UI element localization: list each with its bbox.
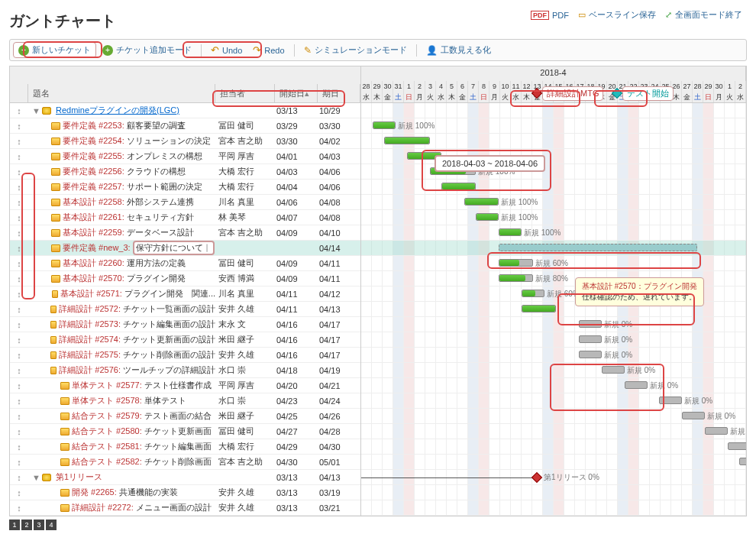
baseline-save[interactable]: ▭ベースライン保存 (578, 9, 656, 21)
labor-view[interactable]: 👤工数見える化 (422, 43, 496, 57)
gantt-bar[interactable] (739, 458, 746, 465)
pdf-link[interactable]: PDFPDF (531, 9, 569, 21)
tracker-id[interactable]: 要件定義 #2253: (63, 120, 124, 131)
gantt-bar[interactable]: 新 (728, 442, 746, 450)
expand-icon[interactable]: ▼ (32, 106, 40, 115)
tracker-id[interactable]: 詳細設計 #2574: (59, 334, 121, 345)
task-name[interactable]: チケット一覧画面の設計 (123, 303, 215, 315)
task-name[interactable]: セキュリティ方針 (127, 212, 194, 223)
tracker-id[interactable]: 詳細設計 #2272: (72, 502, 134, 513)
drag-handle[interactable]: ↕ (10, 458, 28, 467)
drag-handle[interactable]: ↕ (10, 351, 28, 360)
drag-handle[interactable]: ↕ (10, 228, 28, 238)
drag-handle[interactable]: ↕ (10, 397, 28, 406)
drag-handle[interactable]: ↕ (10, 427, 28, 436)
gantt-bar[interactable]: 新規 0% (659, 397, 682, 404)
tracker-id[interactable]: 要件定義 #2257: (63, 181, 124, 193)
page-button[interactable]: 2 (21, 520, 32, 530)
task-name[interactable]: 顧客要望の調査 (127, 120, 186, 131)
task-name[interactable]: オンプレミスの構想 (127, 151, 202, 162)
gantt-bar[interactable]: 新規 60% (499, 259, 533, 267)
drag-handle[interactable]: ↕ (10, 152, 28, 161)
drag-handle[interactable]: ↕ (10, 366, 28, 375)
gantt-bar[interactable] (522, 305, 556, 312)
tracker-id[interactable]: 要件定義 #2254: (63, 135, 124, 147)
gantt-bar[interactable]: 新規 100% (499, 228, 522, 236)
task-name[interactable]: チケット編集画面 (144, 441, 212, 452)
tracker-id[interactable]: 基本設計 #2570: (63, 273, 124, 284)
tracker-id[interactable]: 詳細設計 #2572: (59, 303, 121, 315)
drag-handle[interactable]: ↕ (10, 167, 28, 176)
task-name[interactable]: 第1リリース (56, 471, 102, 483)
milestone-marker[interactable] (531, 472, 542, 483)
drag-handle[interactable]: ↕ (10, 305, 28, 314)
gantt-bar[interactable]: 新規 100% (464, 198, 499, 206)
col-end[interactable]: 期日 (318, 84, 360, 102)
tracker-id[interactable]: 単体テスト #2578: (72, 395, 142, 406)
tracker-id[interactable]: 結合テスト #2579: (72, 410, 142, 422)
tracker-id[interactable]: 基本設計 #2259: (63, 227, 124, 238)
task-name[interactable]: チケット削除画面の設計 (123, 349, 215, 361)
task-name[interactable]: プラグイン開発 関連... (124, 288, 215, 299)
gantt-bar[interactable]: 新規 0% (579, 351, 602, 358)
gantt-bar[interactable]: 新規 100% (476, 213, 499, 221)
gantt-bar[interactable] (499, 244, 697, 251)
tracker-id[interactable]: 基本設計 #2258: (63, 196, 124, 208)
tracker-id[interactable]: 基本設計 #2260: (63, 257, 124, 269)
tracker-id[interactable]: 単体テスト #2577: (72, 380, 142, 391)
undo-button[interactable]: ↶Undo (206, 44, 247, 57)
task-name[interactable]: チケット更新画面 (144, 426, 212, 437)
tracker-id[interactable]: 詳細設計 #2575: (59, 349, 121, 361)
drag-handle[interactable]: ↕ (10, 106, 28, 115)
task-name[interactable]: 共通機能の実装 (119, 487, 178, 498)
tracker-id[interactable]: 要件定義 #new_3: (63, 242, 131, 254)
tracker-id[interactable]: 詳細設計 #2576: (59, 364, 121, 376)
gantt-bar[interactable]: 新規 100% (373, 121, 396, 129)
gantt-bar[interactable]: 新規 0% (682, 412, 705, 419)
drag-handle[interactable]: ↕ (10, 381, 28, 390)
gantt-bar[interactable] (384, 137, 430, 144)
task-name[interactable]: プラグイン開発 (127, 273, 186, 284)
task-name[interactable]: 外部システム連携 (127, 196, 194, 208)
tracker-id[interactable]: 開発 #2265: (72, 487, 117, 498)
drag-handle[interactable]: ↕ (10, 137, 28, 146)
task-name[interactable]: ソリューションの決定 (127, 135, 211, 147)
page-button[interactable]: 3 (34, 520, 44, 530)
expand-icon[interactable]: ▼ (32, 473, 40, 482)
new-ticket-button[interactable]: +新しいチケット (13, 42, 96, 58)
ticket-add-mode[interactable]: +チケット追加モード (98, 43, 196, 57)
drag-handle[interactable]: ↕ (10, 488, 28, 497)
tracker-id[interactable]: 要件定義 #2255: (63, 151, 124, 162)
task-name[interactable]: 運用方法の定義 (127, 257, 186, 269)
tracker-id[interactable]: 基本設計 #2261: (63, 212, 124, 223)
task-name[interactable]: チケット更新画面の設計 (123, 334, 215, 345)
page-button[interactable]: 4 (46, 520, 57, 530)
task-name[interactable]: ツールチップの詳細設計 (123, 364, 215, 376)
drag-handle[interactable]: ↕ (10, 290, 28, 299)
drag-handle[interactable]: ↕ (10, 183, 28, 192)
gantt-bar[interactable]: 新規 0% (705, 427, 728, 435)
gantt-bar[interactable]: 新規 0% (602, 366, 625, 374)
page-button[interactable]: 1 (9, 520, 20, 530)
gantt-bar[interactable]: 新規 0% (625, 381, 648, 389)
exit-fullscreen[interactable]: ⤢全画面モード終了 (665, 9, 742, 21)
tracker-id[interactable]: 詳細設計 #2573: (59, 319, 121, 330)
task-name[interactable]: データベース設計 (127, 227, 194, 238)
task-name[interactable]: Redmineプラグインの開発(LGC) (56, 105, 179, 116)
tracker-id[interactable]: 要件定義 #2256: (63, 166, 124, 177)
drag-handle[interactable]: ↕ (10, 259, 28, 268)
tracker-id[interactable]: 結合テスト #2582: (72, 456, 142, 468)
task-name[interactable]: サポート範囲の決定 (127, 181, 202, 193)
task-name[interactable]: チケット削除画面 (144, 456, 212, 468)
inline-edit[interactable]: 保守方針について▏ (133, 241, 215, 255)
simulation-mode[interactable]: ✎シミュレーションモード (299, 43, 412, 57)
drag-handle[interactable]: ↕ (10, 320, 28, 329)
task-name[interactable]: チケット編集画面の設計 (123, 319, 215, 330)
drag-handle[interactable]: ↕ (10, 442, 28, 452)
drag-handle[interactable]: ↕ (10, 503, 28, 513)
gantt-bar[interactable]: 新規 80% (499, 274, 533, 282)
drag-handle[interactable]: ↕ (10, 473, 28, 482)
task-name[interactable]: テスト仕様書作成 (144, 380, 212, 391)
drag-handle[interactable]: ↕ (10, 335, 28, 345)
gantt-bar[interactable]: 新規 0% (579, 320, 602, 328)
